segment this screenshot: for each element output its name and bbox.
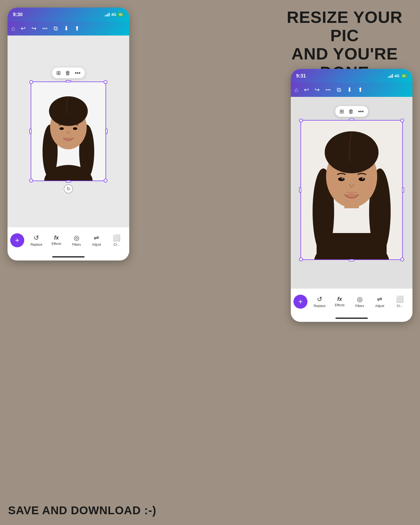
adjust-icon-left: ⇌ xyxy=(94,234,99,242)
tool-effects-right[interactable]: fx Effects xyxy=(330,296,349,307)
handle-bl-left[interactable] xyxy=(29,179,33,182)
trash-icon-right[interactable]: 🗑 xyxy=(348,108,354,115)
home-bar-right xyxy=(335,318,368,319)
canvas-left: ⊞ 🗑 ••• xyxy=(8,36,129,227)
tool-crop-left[interactable]: ⬜ Cr... xyxy=(107,234,127,246)
heading-line-1: RESIZE YOUR PIC xyxy=(277,8,412,45)
more-float-icon-right[interactable]: ••• xyxy=(358,108,364,115)
filters-icon-right: ◎ xyxy=(357,295,363,303)
undo-icon-left[interactable]: ↩ xyxy=(21,25,26,32)
tool-replace-right[interactable]: ↺ Replace xyxy=(310,295,330,308)
download-icon-right[interactable]: ⬇ xyxy=(347,86,352,93)
handle-bl-right[interactable] xyxy=(299,258,303,261)
crop-label-right: Cr... xyxy=(397,304,403,308)
filters-label-right: Filters xyxy=(355,304,364,308)
tool-crop-right[interactable]: ⬜ Cr... xyxy=(390,295,410,308)
replace-icon-left: ↺ xyxy=(34,234,39,242)
filters-label-left: Filters xyxy=(72,243,81,246)
handle-mr-right[interactable] xyxy=(402,187,404,193)
handle-br-left[interactable] xyxy=(104,179,107,182)
handle-tr-right[interactable] xyxy=(400,119,404,122)
bottom-text: SAVE AND DOWNLOAD :-) xyxy=(8,504,156,517)
more-icon-left[interactable]: ••• xyxy=(42,26,48,31)
effects-icon-left: fx xyxy=(54,235,59,241)
trash-icon-left[interactable]: 🗑 xyxy=(65,70,71,76)
handle-tm-right[interactable] xyxy=(349,119,354,121)
selection-box-right xyxy=(300,120,403,260)
more-icon-right[interactable]: ••• xyxy=(326,87,331,92)
home-indicator-right xyxy=(291,314,412,322)
replace-label-left: Replace xyxy=(30,243,42,246)
time-left: 9:30 xyxy=(13,12,23,17)
floating-toolbar-right: ⊞ 🗑 ••• xyxy=(335,106,368,117)
copy-icon-right[interactable]: ⊞ xyxy=(340,108,344,115)
handle-ml-right[interactable] xyxy=(299,187,301,193)
adjust-label-right: Adjust xyxy=(375,304,384,308)
more-float-icon-left[interactable]: ••• xyxy=(75,70,80,76)
adjust-label-left: Adjust xyxy=(92,243,101,246)
undo-icon-right[interactable]: ↩ xyxy=(304,86,309,93)
rotate-handle-left[interactable]: ↻ xyxy=(64,184,73,193)
status-icons-left: 4G 81 xyxy=(105,12,124,17)
bottom-toolbar-left: + ↺ Replace fx Effects ◎ Filters ⇌ Adjus… xyxy=(8,227,129,253)
handle-tl-left[interactable] xyxy=(29,80,33,84)
network-right: 4G xyxy=(394,74,400,78)
effects-label-left: Effects xyxy=(51,242,61,246)
battery-left: 81 xyxy=(118,13,124,16)
tool-adjust-right[interactable]: ⇌ Adjust xyxy=(370,295,390,308)
crop-label-left: Cr... xyxy=(114,243,120,246)
toolbar-right: ⌂ ↩ ↪ ••• ⧉ ⬇ ⬆ xyxy=(291,83,412,97)
add-button-right[interactable]: + xyxy=(293,295,307,309)
handle-bm-left[interactable] xyxy=(66,180,71,182)
signal-icon-left xyxy=(105,13,110,16)
redo-icon-left[interactable]: ↪ xyxy=(32,25,36,32)
crop-icon-left: ⬜ xyxy=(113,234,121,242)
download-icon-left[interactable]: ⬇ xyxy=(64,25,69,32)
time-right: 9:31 xyxy=(296,73,306,79)
handle-ml-left[interactable] xyxy=(29,129,32,134)
handle-tm-left[interactable] xyxy=(66,80,71,82)
phone-left: 9:30 4G 81 ⌂ ↩ ↪ ••• ⧉ ⬇ ⬆ ⊞ xyxy=(8,8,129,260)
toolbar-left: ⌂ ↩ ↪ ••• ⧉ ⬇ ⬆ xyxy=(8,22,129,36)
filters-icon-left: ◎ xyxy=(74,234,79,242)
handle-tl-right[interactable] xyxy=(299,119,303,122)
bottom-toolbar-right: + ↺ Replace fx Effects ◎ Filters ⇌ Adjus… xyxy=(291,288,412,314)
copy-icon-left[interactable]: ⊞ xyxy=(56,70,61,76)
floating-toolbar-left: ⊞ 🗑 ••• xyxy=(52,68,85,78)
crop-icon-right: ⬜ xyxy=(396,295,404,303)
status-bar-right: 9:31 4G 81 xyxy=(291,69,412,83)
handle-bm-right[interactable] xyxy=(349,259,354,261)
effects-icon-right: fx xyxy=(337,296,342,302)
redo-icon-right[interactable]: ↪ xyxy=(315,86,320,93)
network-left: 4G xyxy=(111,12,116,17)
tool-adjust-left[interactable]: ⇌ Adjust xyxy=(86,234,106,246)
image-container-left[interactable]: ⊞ 🗑 ••• xyxy=(31,82,106,181)
add-button-left[interactable]: + xyxy=(10,233,24,247)
share-icon-left[interactable]: ⬆ xyxy=(75,25,79,32)
replace-icon-right: ↺ xyxy=(317,295,322,303)
signal-icon-right xyxy=(388,74,393,78)
image-container-right[interactable]: ⊞ 🗑 ••• xyxy=(300,120,403,260)
effects-label-right: Effects xyxy=(335,303,344,307)
status-bar-left: 9:30 4G 81 xyxy=(8,8,129,22)
handle-br-right[interactable] xyxy=(400,258,404,261)
home-indicator-left xyxy=(8,253,129,260)
home-icon-right[interactable]: ⌂ xyxy=(295,86,298,93)
selection-box-left xyxy=(31,82,106,181)
tool-effects-left[interactable]: fx Effects xyxy=(46,235,66,246)
adjust-icon-right: ⇌ xyxy=(377,295,382,303)
layers-icon-left[interactable]: ⧉ xyxy=(54,25,58,32)
handle-mr-left[interactable] xyxy=(105,129,107,134)
tool-replace-left[interactable]: ↺ Replace xyxy=(26,234,46,246)
share-icon-right[interactable]: ⬆ xyxy=(358,86,363,93)
replace-label-right: Replace xyxy=(314,304,326,308)
home-icon-left[interactable]: ⌂ xyxy=(11,25,15,32)
tool-filters-right[interactable]: ◎ Filters xyxy=(350,295,370,308)
layers-icon-right[interactable]: ⧉ xyxy=(337,86,341,93)
tool-filters-left[interactable]: ◎ Filters xyxy=(66,234,86,246)
home-bar-left xyxy=(52,256,85,258)
status-icons-right: 4G 81 xyxy=(388,74,407,78)
battery-right: 81 xyxy=(401,74,407,78)
handle-tr-left[interactable] xyxy=(104,80,107,84)
canvas-right: ⊞ 🗑 ••• xyxy=(291,97,412,288)
